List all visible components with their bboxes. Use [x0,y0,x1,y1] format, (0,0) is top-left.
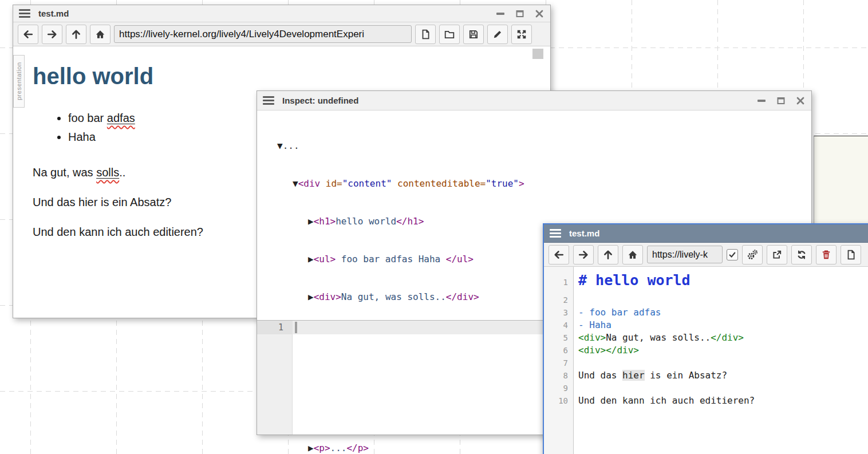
code-segment: Und den kann ich auch editieren? [578,395,755,406]
editor-line[interactable]: 6<div></div> [544,344,868,357]
code-segment: # hello world [578,272,691,289]
tag-text: <div> [314,291,341,302]
url-input[interactable] [114,25,412,43]
editor-line[interactable]: 4- Haha [544,319,868,331]
url-input[interactable] [647,246,723,263]
node-text: hello world [336,216,396,227]
tag-text: <h1> [314,216,336,227]
minimize-icon[interactable] [756,96,767,105]
home-button[interactable] [90,25,111,44]
preview-heading[interactable]: hello world [33,64,527,89]
open-folder-button[interactable] [439,25,460,44]
line-number: 8 [544,369,574,382]
new-file-button[interactable] [841,245,861,264]
dom-tree-node[interactable]: ▼<div id="content" contenteditable="true… [257,177,811,190]
tag-text: </div> [446,291,479,302]
back-button[interactable] [549,245,569,264]
paragraph-text: .. [119,166,125,179]
tag-text: <ul> [314,254,336,264]
auto-update-checkbox[interactable] [727,249,738,260]
line-number-gutter [257,321,293,435]
window1-title: test.md [38,9,69,18]
editor-line[interactable]: 7 [544,357,868,369]
editor-line[interactable]: 10Und den kann ich auch editieren? [544,394,868,407]
menu-icon[interactable] [19,9,30,18]
editor-line[interactable]: 9 [544,382,868,394]
forward-button[interactable] [42,25,62,44]
code-segment: is ein Absatz? [645,370,728,381]
reload-button[interactable] [791,245,812,264]
expand-arrow-icon[interactable]: ▶ [308,443,314,453]
forward-button[interactable] [573,245,594,264]
line-number: 1 [257,321,293,334]
tag-text: </h1> [396,216,424,227]
menu-icon[interactable] [550,229,561,238]
delete-trash-button[interactable] [816,245,837,264]
presentation-side-tab[interactable]: presentation [13,55,25,108]
code-segment: - foo bar adfas [578,307,661,318]
scrollbar-thumb[interactable] [532,49,543,59]
menu-icon[interactable] [263,96,274,105]
expand-arrow-icon[interactable]: ▶ [308,216,314,227]
tag-text: </ul> [446,254,474,264]
expand-button[interactable] [511,25,532,44]
misspelled-word: adfas [107,112,135,124]
line-number: 6 [544,344,574,357]
editor-line[interactable]: 5<div>Na gut, was solls..</div> [544,331,868,344]
maximize-icon[interactable] [776,96,786,105]
home-button[interactable] [622,245,643,264]
window1-titlebar[interactable]: test.md [13,5,550,22]
save-button[interactable] [463,25,484,44]
edit-pencil-button[interactable] [487,25,508,44]
dom-tree-node[interactable]: ▼... [257,140,811,152]
collapse-arrow-icon[interactable]: ▼ [293,178,298,189]
window3-title: test.md [569,228,599,238]
attr-value: "content" [342,178,392,189]
window3-titlebar[interactable]: test.md [544,224,868,243]
close-icon[interactable] [534,9,545,18]
editor-line[interactable]: 1# hello world [544,269,868,294]
line-number: 1 [544,271,574,294]
tag-text: <div [298,178,321,189]
node-text: ... [330,443,347,453]
text-cursor [295,322,297,333]
line-number: 2 [544,294,574,306]
code-segment: Und das [578,370,622,381]
window-markdown-editor: test.md 1# hello world 2 3- foo bar adfa… [543,223,868,454]
misspelled-word: solls [96,166,119,179]
code-segment: </div> [711,332,744,343]
source-editor[interactable]: 1# hello world 2 3- foo bar adfas 4- Hah… [544,267,868,454]
line-number: 9 [544,382,574,394]
up-button[interactable] [598,245,618,264]
node-text: ... [283,140,299,151]
expand-arrow-icon[interactable]: ▶ [308,254,314,264]
maximize-icon[interactable] [515,9,525,18]
editor-line[interactable]: 3- foo bar adfas [544,306,868,319]
tag-text: > [519,178,524,189]
settings-gears-button[interactable] [742,245,763,264]
up-button[interactable] [66,25,86,44]
node-text: foo bar adfas Haha [336,254,446,264]
code-segment: Na gut, was solls.. [606,332,711,343]
expand-arrow-icon[interactable]: ▶ [308,291,314,302]
inspector-titlebar[interactable]: Inspect: undefined [257,91,811,110]
close-icon[interactable] [795,96,806,105]
collapse-arrow-icon[interactable]: ▼ [277,140,283,151]
new-file-button[interactable] [415,25,436,44]
line-number: 5 [544,331,574,344]
open-external-button[interactable] [767,245,787,264]
attr-name: contenteditable= [392,178,486,189]
line-number: 3 [544,306,574,319]
line-number: 10 [544,394,574,407]
minimize-icon[interactable] [495,9,506,18]
list-item-text: foo bar [68,112,107,124]
editor-line[interactable]: 2 [544,294,868,306]
code-segment: - Haha [578,319,611,330]
back-button[interactable] [18,25,38,44]
line-number: 4 [544,319,574,331]
window3-toolbar [544,243,868,267]
editor-line[interactable]: 8Und das hier is ein Absatz? [544,369,868,382]
code-segment: <div> [578,332,606,343]
background-panel [814,136,868,223]
attr-value: "true" [486,178,519,189]
